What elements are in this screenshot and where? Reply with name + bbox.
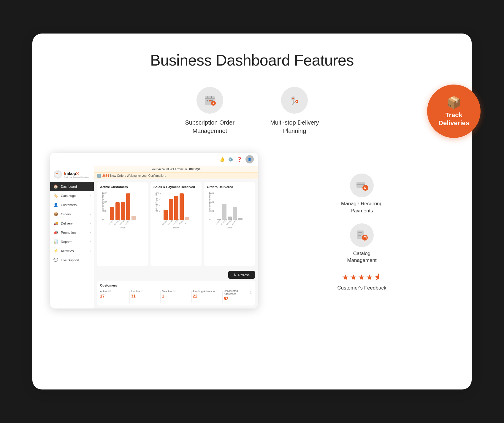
catalouge-icon: 🏷️ — [53, 193, 58, 198]
subscription-label: Subscription OrderManagemnet — [185, 118, 234, 135]
stat-label-deactive: Deactive ⓘ — [162, 290, 190, 293]
sidebar-label-delivery: Delivery — [61, 222, 73, 225]
bar-chart-customers: 4800 2500 350 0 Customer Per Month — [100, 190, 145, 229]
sidebar-item-customers[interactable]: 👤 Customers — [50, 200, 94, 209]
svg-text:Month: Month — [226, 227, 232, 229]
svg-rect-60 — [238, 218, 243, 220]
chart-title-sales: Sales & Payment Received — [153, 185, 199, 189]
svg-rect-24 — [126, 193, 130, 220]
notification-text: New Orders Waiting for your Confirmation… — [110, 174, 166, 177]
trakop-layout: T trakop® Track your Business Operations… — [50, 166, 258, 308]
svg-rect-40 — [169, 199, 173, 220]
multistop-label: Multi-stop DeliveryPlanning — [270, 118, 319, 135]
svg-rect-43 — [185, 217, 189, 220]
sidebar-label-customers: Customers — [61, 203, 77, 207]
stat-active: Active ⓘ 17 — [100, 290, 128, 298]
logo-icon: T — [54, 170, 62, 179]
sidebar-item-catalouge[interactable]: 🏷️ Catalouge › — [50, 191, 94, 200]
chart-orders-delivered: Orders Delivered 600 k 400 k 200 k 0 Cus… — [204, 182, 255, 266]
info-icon-unallocated: ⓘ — [250, 291, 252, 294]
svg-rect-39 — [164, 210, 168, 220]
chevron-icon: › — [90, 240, 91, 243]
chart-sales-payment: Sales & Payment Received 100 k 75 k 60 k… — [150, 182, 202, 266]
sidebar-item-promotion[interactable]: 📣 Promotion › — [50, 228, 94, 237]
svg-rect-3 — [209, 100, 211, 101]
customers-stats: Active ⓘ 17 Inactive ⓘ 31 — [100, 290, 252, 303]
stat-divider-3 — [191, 291, 192, 303]
info-icon-pending: ⓘ — [216, 290, 218, 293]
feedback-label: Customer's Feedback — [337, 285, 386, 291]
info-icon-active: ⓘ — [108, 290, 111, 293]
svg-rect-73 — [358, 232, 362, 233]
settings-icon[interactable]: ⚙️ — [228, 157, 233, 162]
main-card: Business Dashboard Features + — [32, 34, 472, 389]
sidebar-label-catalouge: Catalouge — [61, 194, 76, 198]
star-5-half: ⯨ — [374, 273, 382, 282]
svg-text:A: A — [238, 222, 240, 224]
refresh-button[interactable]: ↻ Refresh — [228, 271, 255, 279]
customers-icon: 👤 — [53, 203, 58, 207]
svg-text:Month: Month — [173, 227, 179, 229]
right-feature-payments: $ Manage RecurringPayments — [270, 174, 454, 214]
alert-text: Your Account Will Expire in : — [151, 168, 188, 171]
reports-icon: 📊 — [53, 239, 58, 244]
svg-rect-22 — [115, 202, 120, 220]
stat-value-active: 17 — [100, 294, 128, 298]
track-badge: 📦 TrackDeliveries — [427, 85, 481, 138]
chevron-icon: › — [90, 213, 91, 216]
sidebar-item-delivery[interactable]: 🚚 Delivery › — [50, 219, 94, 228]
svg-point-10 — [292, 98, 294, 99]
feature-item-multistop: Multi-stop DeliveryPlanning — [270, 87, 319, 135]
svg-point-13 — [292, 104, 293, 105]
bell-icon[interactable]: 🔔 — [220, 157, 225, 162]
features-row: + Subscription OrderManagemnet — [50, 87, 454, 135]
svg-point-12 — [296, 101, 297, 102]
subscription-icon: + — [196, 87, 223, 114]
sidebar-item-livesupport[interactable]: 💬 Live Support — [50, 255, 94, 265]
svg-rect-74 — [358, 234, 362, 234]
bar-chart-sales: 100 k 75 k 60 k 25 k 0 Sales & Payment R… — [153, 190, 199, 229]
sidebar-label-livesupport: Live Support — [61, 258, 79, 262]
charts-area: Active Customers 4800 2500 350 0 — [94, 179, 258, 269]
svg-text:0: 0 — [102, 218, 104, 220]
catalog-label: CatalogManagement — [347, 250, 376, 264]
svg-text:Month: Month — [120, 227, 126, 229]
star-1: ★ — [342, 273, 349, 282]
sidebar-label-orders: Orders — [61, 212, 71, 216]
svg-rect-42 — [180, 193, 184, 220]
stat-label-unallocated: Unallocated Addresses ⓘ — [224, 290, 252, 295]
sidebar: T trakop® Track your Business Operations… — [50, 166, 94, 308]
sidebar-label-dashboard: Dashboard — [61, 185, 77, 188]
stat-inactive: Inactive ⓘ 31 — [131, 290, 159, 298]
avatar[interactable]: 👤 — [245, 155, 254, 163]
multistop-icon — [281, 87, 308, 114]
chevron-icon: › — [90, 222, 91, 225]
refresh-label: Refresh — [238, 273, 250, 277]
svg-rect-69 — [356, 184, 365, 185]
svg-text:+: + — [213, 102, 214, 105]
stat-label-inactive: Inactive ⓘ — [131, 290, 159, 293]
stat-divider-1 — [129, 291, 130, 303]
help-icon[interactable]: ❓ — [237, 157, 242, 162]
sidebar-item-reports[interactable]: 📊 Reports › — [50, 237, 94, 246]
sidebar-label-promotion: Promotion — [61, 231, 76, 234]
sidebar-item-orders[interactable]: 📦 Orders › — [50, 209, 94, 219]
sidebar-item-dashboard[interactable]: 🏠 Dashboard — [50, 182, 94, 191]
svg-rect-75 — [358, 235, 361, 236]
svg-text:Sales & Payment Received: Sales & Payment Received — [155, 190, 158, 211]
alert-banner: Your Account Will Expire in : 80 Days — [94, 166, 258, 173]
stars-row: ★ ★ ★ ★ ⯨ — [342, 273, 382, 282]
svg-rect-5 — [207, 96, 208, 98]
stat-label-pending: Pending Activation ⓘ — [193, 290, 221, 293]
feature-item-subscription: + Subscription OrderManagemnet — [185, 87, 234, 135]
star-2: ★ — [350, 273, 357, 282]
chart-container-sales: 100 k 75 k 60 k 25 k 0 Sales & Payment R… — [153, 190, 199, 263]
svg-text:0: 0 — [209, 218, 210, 220]
catalog-icon-circle: ⊞ — [350, 223, 374, 247]
sidebar-subtitle: Track your Business Operations — [64, 176, 89, 178]
sidebar-label-activities: Activities — [61, 249, 74, 253]
svg-rect-21 — [110, 207, 114, 220]
sidebar-item-activities[interactable]: ⚡ Activities › — [50, 246, 94, 255]
page-title: Business Dashboard Features — [50, 51, 454, 69]
stat-divider-2 — [160, 291, 161, 303]
